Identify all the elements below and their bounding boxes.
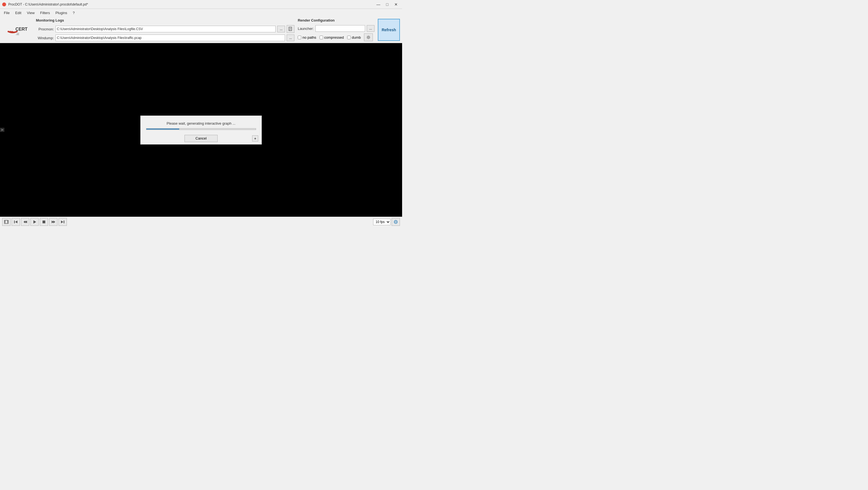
compressed-checkbox[interactable] [319, 36, 323, 39]
svg-point-6 [368, 36, 369, 38]
top-panel: CERT .at Monitoring Logs Procmon: ... Wi… [0, 17, 402, 43]
render-config-section: Render Configuration Launcher: ... no pa… [298, 18, 374, 41]
svg-rect-23 [64, 221, 65, 223]
compressed-checkbox-label[interactable]: compressed [319, 35, 344, 39]
dumb-checkbox-label[interactable]: dumb [347, 35, 361, 39]
windump-input[interactable] [56, 34, 285, 41]
menu-edit[interactable]: Edit [12, 10, 24, 16]
fast-forward-button[interactable] [49, 218, 57, 226]
stop-button[interactable] [40, 218, 48, 226]
skip-end-icon [61, 220, 65, 224]
bottom-toolbar: 10 fps 15 fps 24 fps 30 fps [0, 217, 402, 227]
procmon-row: Procmon: ... [36, 25, 294, 33]
title-bar: ProcDOT - C:\Users\Administrator\.procdo… [0, 0, 402, 9]
windump-browse-button[interactable]: ... [287, 34, 294, 41]
rewind-button[interactable] [21, 218, 29, 226]
play-icon [33, 220, 36, 224]
skip-to-start-button[interactable] [11, 218, 20, 226]
progress-dialog: Please wait, generating interactive grap… [140, 116, 262, 145]
monitoring-logs-title: Monitoring Logs [36, 18, 294, 22]
windump-row: Windump: ... [36, 34, 294, 41]
launcher-input[interactable] [315, 25, 365, 32]
svg-marker-20 [52, 221, 54, 223]
svg-marker-18 [33, 220, 36, 224]
cancel-button[interactable]: Cancel [184, 135, 218, 142]
world-icon [394, 220, 398, 224]
main-canvas: A Please wait, generating interactive gr… [0, 43, 402, 217]
svg-marker-17 [25, 221, 27, 223]
progress-bar [146, 128, 179, 129]
refresh-button[interactable]: Refresh [378, 19, 400, 41]
skip-start-icon [14, 220, 18, 224]
procmon-browse-button[interactable]: ... [277, 26, 285, 32]
procmon-action-button[interactable] [287, 25, 294, 33]
procmon-input[interactable] [56, 26, 276, 32]
svg-marker-14 [15, 221, 18, 223]
dumb-label: dumb [352, 35, 361, 39]
monitoring-logs-section: Monitoring Logs Procmon: ... Windump: ..… [36, 18, 294, 41]
skip-to-end-button[interactable] [59, 218, 67, 226]
svg-text:.at: .at [16, 32, 19, 36]
menu-filters[interactable]: Filters [37, 10, 53, 16]
menu-plugins[interactable]: Plugins [53, 10, 70, 16]
menu-bar: File Edit View Filters Plugins ? [0, 9, 402, 17]
title-bar-text: ProcDOT - C:\Users\Administrator\.procdo… [8, 2, 374, 6]
svg-marker-16 [24, 221, 25, 223]
fast-forward-icon [51, 220, 55, 224]
film-icon [4, 220, 8, 224]
svg-text:CERT: CERT [16, 27, 28, 31]
dialog-overlay: Please wait, generating interactive grap… [0, 43, 402, 217]
dialog-message: Please wait, generating interactive grap… [166, 121, 235, 125]
launcher-browse-button[interactable]: ... [367, 25, 374, 32]
menu-file[interactable]: File [1, 10, 12, 16]
minimize-button[interactable]: — [374, 1, 382, 7]
procmon-label: Procmon: [36, 27, 54, 31]
compressed-label: compressed [324, 35, 344, 39]
app-icon [2, 2, 6, 6]
title-bar-controls: — □ ✕ [374, 1, 400, 7]
checkboxes-row: no paths compressed dumb [298, 33, 374, 41]
launcher-row: Launcher: ... [298, 25, 374, 32]
settings-icon [366, 35, 371, 40]
no-paths-checkbox[interactable] [298, 36, 301, 39]
maximize-button[interactable]: □ [383, 1, 391, 7]
film-button[interactable] [2, 218, 10, 226]
document-icon [288, 27, 293, 31]
dumb-checkbox[interactable] [347, 36, 351, 39]
no-paths-label: no paths [302, 35, 316, 39]
launcher-label: Launcher: [298, 27, 314, 31]
world-button[interactable] [392, 218, 400, 226]
expand-button[interactable]: + [252, 136, 258, 142]
stop-icon [42, 220, 46, 224]
render-config-title: Render Configuration [298, 18, 374, 22]
dialog-buttons: Cancel + [141, 133, 261, 144]
no-paths-checkbox-label[interactable]: no paths [298, 35, 316, 39]
svg-marker-22 [61, 221, 63, 223]
fps-select[interactable]: 10 fps 15 fps 24 fps 30 fps [373, 219, 391, 225]
menu-view[interactable]: View [24, 10, 37, 16]
dialog-content: Please wait, generating interactive grap… [141, 116, 261, 133]
progress-bar-container [146, 128, 256, 130]
windump-label: Windump: [36, 36, 54, 40]
render-settings-button[interactable] [364, 33, 373, 41]
play-button[interactable] [30, 218, 39, 226]
close-button[interactable]: ✕ [392, 1, 400, 7]
cert-logo: CERT .at [4, 20, 31, 39]
rewind-icon [23, 220, 27, 224]
svg-rect-19 [42, 221, 45, 223]
svg-marker-21 [53, 221, 55, 223]
logo-area: CERT .at [2, 19, 33, 41]
svg-rect-15 [14, 221, 15, 223]
menu-help[interactable]: ? [70, 10, 77, 16]
